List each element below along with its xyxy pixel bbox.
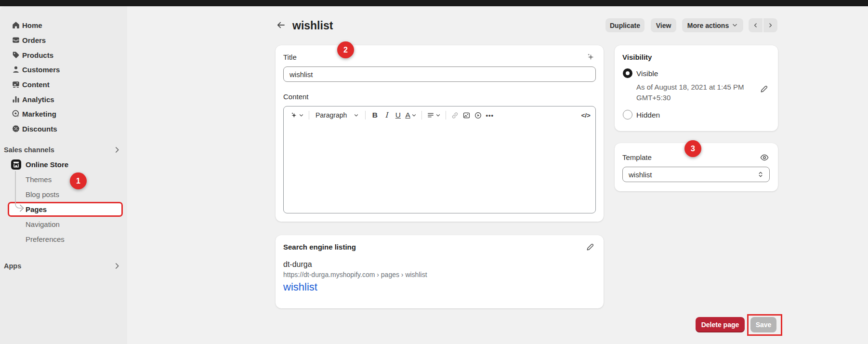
paragraph-style-dropdown[interactable]: Paragraph <box>313 109 362 121</box>
toolbar-divider <box>421 111 422 119</box>
chevron-down-icon <box>354 113 359 118</box>
insert-video-button[interactable] <box>473 109 484 121</box>
italic-button[interactable]: I <box>381 109 392 121</box>
sidebar-item-discounts[interactable]: Discounts <box>0 122 127 135</box>
seo-card-heading: Search engine listing <box>283 243 356 251</box>
discounts-icon <box>11 124 21 133</box>
show-html-button[interactable]: </> <box>581 112 591 119</box>
bold-button[interactable]: B <box>369 109 381 121</box>
hidden-label: Hidden <box>636 111 660 119</box>
view-button[interactable]: View <box>651 18 676 32</box>
sidebar-item-preferences[interactable]: Preferences <box>0 232 127 246</box>
home-icon <box>11 20 21 30</box>
play-circle-icon <box>474 111 482 119</box>
chevron-down-icon <box>435 113 441 118</box>
align-left-icon <box>427 111 434 119</box>
preview-template-eye-icon[interactable] <box>760 153 769 162</box>
rte-magic-button[interactable] <box>289 109 305 121</box>
sidebar-item-label: Home <box>22 21 42 29</box>
sidebar-item-online-store[interactable]: Online Store <box>0 158 127 171</box>
paragraph-label: Paragraph <box>316 111 347 119</box>
select-updown-icon <box>757 171 764 178</box>
edit-seo-pencil-icon[interactable] <box>586 242 595 252</box>
annotation-step-3-badge: 3 <box>684 140 701 157</box>
template-select[interactable]: wishlist <box>622 167 770 182</box>
sidebar-item-label: Content <box>22 80 50 89</box>
rte-content-area[interactable] <box>284 124 595 213</box>
sidebar-item-analytics[interactable]: Analytics <box>0 93 127 106</box>
template-selected-value: wishlist <box>629 171 652 179</box>
sidebar-item-label: Marketing <box>22 110 56 118</box>
top-bar <box>0 0 868 6</box>
orders-icon <box>11 35 21 45</box>
title-input[interactable] <box>283 66 596 82</box>
visibility-card: Visibility Visible As of August 18, 2021… <box>615 45 778 131</box>
text-align-button[interactable] <box>425 109 442 121</box>
more-actions-label: More actions <box>687 22 729 29</box>
visible-since-note-line2: GMT+5:30 <box>636 93 671 103</box>
title-field-label: Title <box>283 53 297 61</box>
duplicate-button[interactable]: Duplicate <box>605 18 644 32</box>
text-color-button[interactable]: A <box>404 109 418 121</box>
more-formatting-button[interactable]: ••• <box>484 109 496 121</box>
template-heading: Template <box>622 153 652 161</box>
sidebar-section-apps[interactable]: Apps <box>0 259 127 273</box>
duplicate-button-label: Duplicate <box>610 22 640 29</box>
analytics-icon <box>11 94 21 104</box>
sidebar-item-marketing[interactable]: Marketing <box>0 107 127 120</box>
apps-label: Apps <box>4 262 21 270</box>
sidebar-item-customers[interactable]: Customers <box>0 63 127 76</box>
search-engine-listing-card: Search engine listing dt-durga https://d… <box>276 235 604 308</box>
pages-label: Pages <box>26 205 47 213</box>
save-button-label: Save <box>756 321 772 329</box>
more-actions-button[interactable]: More actions <box>682 18 743 32</box>
image-icon <box>462 111 471 119</box>
text-color-label: A <box>405 111 410 119</box>
sidebar-item-label: Analytics <box>22 95 54 104</box>
edit-visibility-pencil-icon[interactable] <box>760 84 769 94</box>
sidebar-item-home[interactable]: Home <box>0 18 127 32</box>
customers-icon <box>11 65 21 74</box>
insert-image-button[interactable] <box>461 109 473 121</box>
title-content-card: Title Content Paragraph B I U <box>276 45 604 222</box>
chevron-down-icon <box>299 113 304 118</box>
sidebar-section-sales-channels[interactable]: Sales channels <box>0 143 127 157</box>
delete-page-button[interactable]: Delete page <box>696 317 745 332</box>
rte-toolbar: Paragraph B I U A <box>284 106 595 124</box>
products-icon <box>11 50 21 60</box>
rich-text-editor: Paragraph B I U A <box>283 106 596 213</box>
online-store-icon <box>11 159 21 170</box>
sidebar-item-products[interactable]: Products <box>0 48 127 62</box>
chevron-right-icon <box>113 146 121 154</box>
visible-since-note-line1: As of August 18, 2021 at 1:45 PM <box>636 82 744 93</box>
sidebar-item-label: Customers <box>22 66 60 74</box>
annotation-step-1-badge: 1 <box>70 172 87 189</box>
marketing-icon <box>11 109 21 119</box>
toolbar-divider <box>365 111 366 119</box>
view-button-label: View <box>656 22 671 29</box>
magic-sparkle-icon[interactable] <box>586 52 595 62</box>
visible-radio[interactable] <box>623 68 632 78</box>
save-button[interactable]: Save <box>750 317 776 332</box>
hidden-radio[interactable] <box>623 110 632 119</box>
sidebar-item-orders[interactable]: Orders <box>0 33 127 47</box>
underline-button[interactable]: U <box>392 109 404 121</box>
page-title: wishlist <box>292 19 333 32</box>
insert-link-button[interactable] <box>449 109 461 121</box>
sidebar-item-navigation[interactable]: Navigation <box>0 217 127 231</box>
arrow-left-icon <box>276 20 286 30</box>
blog-posts-label: Blog posts <box>26 190 59 198</box>
previous-page-button[interactable] <box>749 18 763 32</box>
chevron-right-icon <box>113 262 121 270</box>
next-page-button[interactable] <box>763 18 777 32</box>
sidebar-item-content[interactable]: Content <box>0 78 127 91</box>
visible-label: Visible <box>636 69 658 78</box>
sidebar-item-label: Discounts <box>22 125 57 133</box>
sales-channels-label: Sales channels <box>4 146 54 154</box>
toolbar-divider <box>309 111 309 119</box>
preferences-label: Preferences <box>26 235 65 243</box>
back-button[interactable] <box>274 18 288 32</box>
link-icon <box>451 111 459 119</box>
seo-result-title-link[interactable]: wishlist <box>283 281 317 293</box>
sidebar-item-label: Products <box>22 51 53 59</box>
